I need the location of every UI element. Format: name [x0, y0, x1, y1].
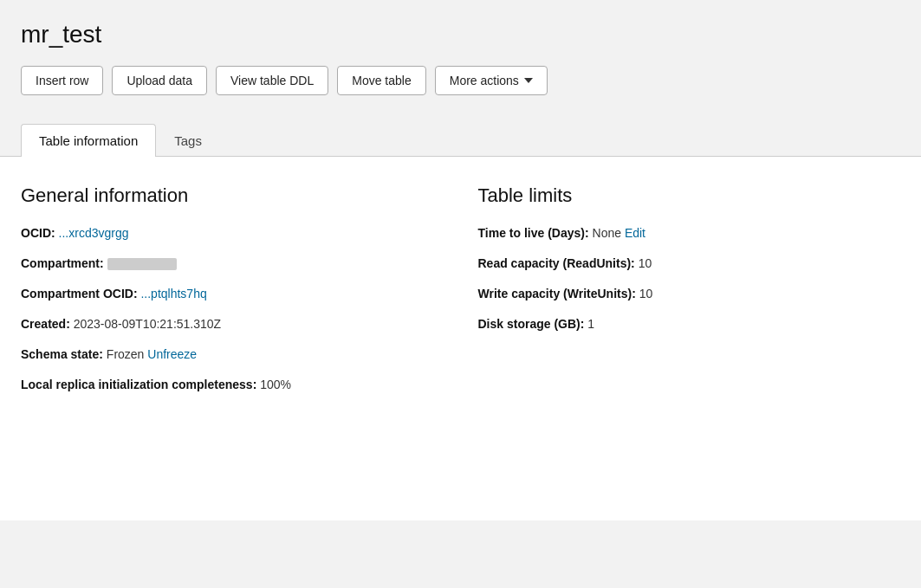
toolbar: Insert row Upload data View table DDL Mo… — [21, 66, 900, 95]
write-capacity-row: Write capacity (WriteUnits): 10 — [478, 285, 901, 303]
ttl-row: Time to live (Days): None Edit — [478, 224, 901, 242]
disk-storage-number: 1 — [587, 317, 594, 331]
page-container: mr_test Insert row Upload data View tabl… — [0, 0, 921, 588]
created-row: Created: 2023-08-09T10:21:51.310Z — [21, 315, 444, 333]
move-table-button[interactable]: Move table — [337, 66, 425, 95]
compartment-label: Compartment: — [21, 256, 104, 270]
read-capacity-row: Read capacity (ReadUnits): 10 — [478, 255, 901, 273]
general-info-title: General information — [21, 184, 444, 207]
read-capacity-label: Read capacity (ReadUnits): — [478, 256, 635, 270]
compartment-ocid-label: Compartment OCID: — [21, 287, 138, 300]
content-section: General information OCID: ...xrcd3vgrgg … — [0, 157, 921, 520]
ocid-row: OCID: ...xrcd3vgrgg — [21, 224, 444, 242]
disk-storage-label: Disk storage (GB): — [478, 317, 585, 331]
tab-tags[interactable]: Tags — [156, 124, 220, 157]
unfreeze-link[interactable]: Unfreeze — [147, 347, 197, 361]
table-limits-title: Table limits — [478, 184, 901, 207]
view-table-ddl-button[interactable]: View table DDL — [216, 66, 328, 95]
insert-row-button[interactable]: Insert row — [21, 66, 103, 95]
ttl-label: Time to live (Days): — [478, 226, 589, 240]
write-capacity-label: Write capacity (WriteUnits): — [478, 287, 636, 300]
compartment-row: Compartment: — [21, 255, 444, 273]
write-capacity-number: 10 — [639, 287, 653, 300]
header-section: mr_test Insert row Upload data View tabl… — [0, 0, 921, 109]
tab-table-information[interactable]: Table information — [21, 124, 156, 157]
local-replica-percent: 100% — [260, 378, 291, 391]
ttl-edit-link[interactable]: Edit — [625, 226, 645, 240]
tabs-container: Table information Tags — [21, 123, 921, 156]
page-title: mr_test — [21, 21, 900, 48]
schema-state-row: Schema state: Frozen Unfreeze — [21, 346, 444, 364]
read-capacity-number: 10 — [639, 256, 652, 270]
ocid-link[interactable]: ...xrcd3vgrgg — [59, 226, 129, 240]
more-actions-button[interactable]: More actions — [435, 66, 548, 95]
created-label: Created: — [21, 317, 70, 331]
compartment-value-blurred — [107, 258, 177, 270]
content-grid: General information OCID: ...xrcd3vgrgg … — [21, 184, 900, 406]
general-info-column: General information OCID: ...xrcd3vgrgg … — [21, 184, 444, 406]
disk-storage-row: Disk storage (GB): 1 — [478, 315, 901, 333]
schema-state-label: Schema state: — [21, 347, 103, 361]
schema-state-value: Frozen — [107, 347, 147, 361]
table-limits-column: Table limits Time to live (Days): None E… — [478, 184, 901, 406]
created-date: 2023-08-09T10:21:51.310Z — [74, 317, 221, 331]
tabs-section: Table information Tags — [0, 109, 921, 157]
compartment-ocid-link[interactable]: ...ptqlhts7hq — [140, 287, 206, 300]
ocid-label: OCID: — [21, 226, 55, 240]
chevron-down-icon — [524, 78, 533, 83]
ttl-value: None — [593, 226, 625, 240]
local-replica-label: Local replica initialization completenes… — [21, 378, 256, 391]
local-replica-row: Local replica initialization completenes… — [21, 376, 444, 394]
compartment-ocid-row: Compartment OCID: ...ptqlhts7hq — [21, 285, 444, 303]
upload-data-button[interactable]: Upload data — [112, 66, 207, 95]
